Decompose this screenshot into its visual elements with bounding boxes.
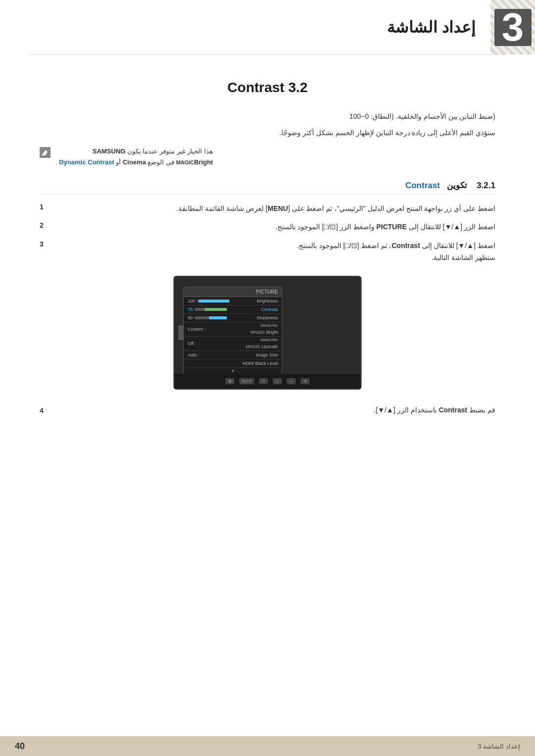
description-2: ستؤدي القيم الأعلى إلى زيادة درجة التباي… xyxy=(40,127,495,139)
subsection-title-latin: Contrast xyxy=(405,181,440,190)
osd-hdmi-black-label: HDMI Black Level xyxy=(242,361,278,366)
footer-chapter-label: إعداد الشاشة 3 xyxy=(478,743,520,750)
btn-enter: ⊡ xyxy=(259,378,268,384)
steps-list: اضغط على أي زر بواجهة المنتج لعرض الدليل… xyxy=(40,203,495,264)
step-2-text: اضغط الزر [▲/▼] للانتقال إلى PICTURE واض… xyxy=(54,221,495,233)
osd-brightness-label: Brightness xyxy=(257,299,278,303)
osd-item-magic-upscale: SAMSUNGMAGIC Upscale : Off xyxy=(184,337,282,351)
note-icon xyxy=(40,147,51,158)
step-4-text: قم بضبط Contrast باستخدام الزر [▲/▼]. xyxy=(54,404,495,416)
section-title: Contrast 3.2 xyxy=(40,80,495,96)
page-number: 40 xyxy=(15,741,25,752)
step-3: اضغط [▲/▼] للانتقال إلى Contrast، ثم اضغ… xyxy=(40,240,495,264)
osd-magic-upscale-label: SAMSUNGMAGIC Upscale xyxy=(246,338,278,349)
step-2: اضغط الزر [▲/▼] للانتقال إلى PICTURE واض… xyxy=(40,221,495,233)
monitor-screenshot: PICTURE Brightness 100 Contrast 75 xyxy=(173,276,362,390)
osd-item-hdmi-black: HDMI Black Level xyxy=(184,359,282,368)
osd-menu: PICTURE Brightness 100 Contrast 75 xyxy=(183,287,282,375)
step-2-num: 2 xyxy=(40,221,49,229)
step-1-text: اضغط على أي زر بواجهة المنتج لعرض الدليل… xyxy=(54,203,495,215)
page-footer: 40 إعداد الشاشة 3 xyxy=(0,736,535,756)
osd-item-brightness: Brightness 100 xyxy=(184,297,282,305)
description-1: (ضبط التباين بين الأجسام والخلفية. (النط… xyxy=(40,110,495,123)
osd-magic-bright-value: : Custom xyxy=(188,327,206,332)
btn-auto: AUTO xyxy=(239,378,254,384)
chapter-num-box: 3 xyxy=(490,0,535,54)
btn-power: ⏻ xyxy=(225,378,234,384)
chapter-header: إعداد الشاشة 3 xyxy=(0,0,535,54)
step-3-num: 3 xyxy=(40,240,49,248)
osd-contrast-value: 75 xyxy=(188,307,228,312)
subsection-heading: 3.2.1 تكوين Contrast xyxy=(40,180,495,194)
monitor-controls: ◄ — + ⊡ AUTO ⏻ xyxy=(174,374,361,389)
btn-plus: + xyxy=(273,378,282,384)
step-1-num: 1 xyxy=(40,203,49,211)
step-1: اضغط على أي زر بواجهة المنتج لعرض الدليل… xyxy=(40,203,495,215)
osd-sharpness-value: 60 xyxy=(188,315,228,320)
osd-item-magic-bright: SAMSUNGMAGIC Bright : Custom xyxy=(184,322,282,337)
osd-image-size-label: Image Size xyxy=(256,353,278,357)
subsection-title-arabic: تكوين xyxy=(447,181,467,190)
pencil-icon xyxy=(42,149,49,156)
subsection-num: 3.2.1 xyxy=(477,181,495,190)
osd-item-sharpness: Sharpness 60 xyxy=(184,314,282,322)
chapter-title: إعداد الشاشة xyxy=(387,18,476,37)
osd-header: PICTURE xyxy=(184,287,282,297)
note-text: هذا الخيار غير متوفر عندما يكون SAMSUNGM… xyxy=(55,146,213,168)
note-box: هذا الخيار غير متوفر عندما يكون SAMSUNGM… xyxy=(40,146,495,168)
osd-sharpness-label: Sharpness xyxy=(257,315,278,320)
btn-minus: — xyxy=(287,378,296,384)
osd-brightness-value: 100 xyxy=(188,299,230,303)
step-4: قم بضبط Contrast باستخدام الزر [▲/▼]. 4 xyxy=(40,404,495,416)
chapter-number: 3 xyxy=(494,9,532,46)
osd-contrast-label: Contrast xyxy=(261,307,278,312)
osd-magic-bright-label: SAMSUNGMAGIC Bright xyxy=(250,324,278,335)
osd-image-size-value: : Auto xyxy=(188,353,200,357)
osd-magic-upscale-value: : Off xyxy=(188,341,196,346)
btn-left: ◄ xyxy=(301,378,310,384)
step-4-num: 4 xyxy=(40,406,49,414)
main-content: Contrast 3.2 (ضبط التباين بين الأجسام وا… xyxy=(0,55,535,446)
monitor-container: PICTURE Brightness 100 Contrast 75 xyxy=(40,276,495,390)
step-3-text: اضغط [▲/▼] للانتقال إلى Contrast، ثم اضغ… xyxy=(54,240,495,264)
osd-item-contrast: Contrast 75 xyxy=(184,305,282,314)
osd-item-image-size: Image Size : Auto xyxy=(184,351,282,359)
